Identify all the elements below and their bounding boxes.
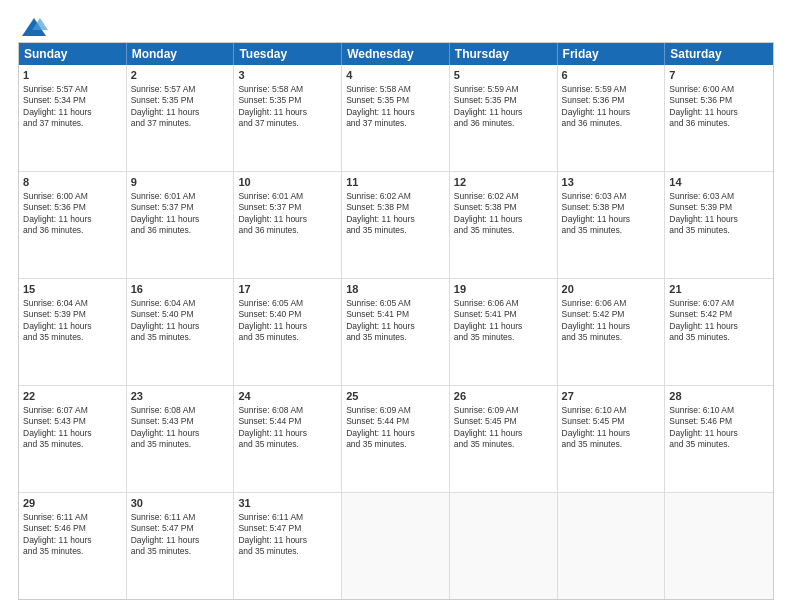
calendar-header-cell: Sunday — [19, 43, 127, 65]
day-info-line: Sunset: 5:43 PM — [23, 416, 122, 427]
day-info-line: and 35 minutes. — [238, 439, 337, 450]
day-info-line: Sunrise: 5:59 AM — [562, 84, 661, 95]
day-info-line: Sunrise: 6:08 AM — [238, 405, 337, 416]
day-info-line: Sunset: 5:39 PM — [669, 202, 769, 213]
day-info-line: Sunrise: 5:58 AM — [238, 84, 337, 95]
day-info-line: Sunrise: 5:58 AM — [346, 84, 445, 95]
calendar-cell: 6Sunrise: 5:59 AMSunset: 5:36 PMDaylight… — [558, 65, 666, 171]
day-info-line: and 35 minutes. — [454, 225, 553, 236]
day-number: 22 — [23, 389, 122, 404]
day-number: 17 — [238, 282, 337, 297]
day-number: 16 — [131, 282, 230, 297]
calendar-cell: 18Sunrise: 6:05 AMSunset: 5:41 PMDayligh… — [342, 279, 450, 385]
day-info-line: and 37 minutes. — [238, 118, 337, 129]
day-info-line: and 35 minutes. — [131, 332, 230, 343]
day-info-line: Daylight: 11 hours — [454, 214, 553, 225]
day-number: 13 — [562, 175, 661, 190]
day-info-line: and 36 minutes. — [131, 225, 230, 236]
calendar-week-row: 8Sunrise: 6:00 AMSunset: 5:36 PMDaylight… — [19, 172, 773, 279]
day-info-line: Sunrise: 6:04 AM — [131, 298, 230, 309]
day-info-line: Sunrise: 6:01 AM — [131, 191, 230, 202]
day-info-line: and 35 minutes. — [23, 546, 122, 557]
calendar-week-row: 29Sunrise: 6:11 AMSunset: 5:46 PMDayligh… — [19, 493, 773, 599]
calendar-header-cell: Saturday — [665, 43, 773, 65]
day-info-line: Daylight: 11 hours — [23, 107, 122, 118]
calendar-header-cell: Friday — [558, 43, 666, 65]
day-info-line: Daylight: 11 hours — [669, 214, 769, 225]
calendar-cell — [342, 493, 450, 599]
day-info-line: Daylight: 11 hours — [346, 214, 445, 225]
calendar-cell: 22Sunrise: 6:07 AMSunset: 5:43 PMDayligh… — [19, 386, 127, 492]
day-number: 8 — [23, 175, 122, 190]
calendar-cell: 26Sunrise: 6:09 AMSunset: 5:45 PMDayligh… — [450, 386, 558, 492]
calendar-cell: 20Sunrise: 6:06 AMSunset: 5:42 PMDayligh… — [558, 279, 666, 385]
day-info-line: Sunrise: 6:06 AM — [562, 298, 661, 309]
day-info-line: Sunrise: 5:57 AM — [131, 84, 230, 95]
day-info-line: and 35 minutes. — [454, 332, 553, 343]
day-info-line: Sunrise: 6:05 AM — [346, 298, 445, 309]
day-info-line: Daylight: 11 hours — [346, 321, 445, 332]
day-number: 25 — [346, 389, 445, 404]
day-number: 3 — [238, 68, 337, 83]
calendar-cell: 3Sunrise: 5:58 AMSunset: 5:35 PMDaylight… — [234, 65, 342, 171]
calendar-cell: 28Sunrise: 6:10 AMSunset: 5:46 PMDayligh… — [665, 386, 773, 492]
day-info-line: Sunset: 5:46 PM — [669, 416, 769, 427]
calendar-cell: 31Sunrise: 6:11 AMSunset: 5:47 PMDayligh… — [234, 493, 342, 599]
calendar-header-cell: Tuesday — [234, 43, 342, 65]
calendar-cell: 19Sunrise: 6:06 AMSunset: 5:41 PMDayligh… — [450, 279, 558, 385]
day-number: 4 — [346, 68, 445, 83]
day-info-line: Daylight: 11 hours — [562, 321, 661, 332]
day-number: 26 — [454, 389, 553, 404]
day-info-line: Daylight: 11 hours — [562, 428, 661, 439]
day-info-line: Sunset: 5:45 PM — [562, 416, 661, 427]
logo — [18, 16, 48, 34]
day-info-line: Sunset: 5:47 PM — [131, 523, 230, 534]
day-number: 18 — [346, 282, 445, 297]
day-info-line: Sunset: 5:37 PM — [131, 202, 230, 213]
day-info-line: Sunset: 5:43 PM — [131, 416, 230, 427]
calendar-cell: 29Sunrise: 6:11 AMSunset: 5:46 PMDayligh… — [19, 493, 127, 599]
day-info-line: Sunrise: 6:06 AM — [454, 298, 553, 309]
calendar-cell: 21Sunrise: 6:07 AMSunset: 5:42 PMDayligh… — [665, 279, 773, 385]
calendar-cell: 23Sunrise: 6:08 AMSunset: 5:43 PMDayligh… — [127, 386, 235, 492]
day-info-line: Sunrise: 6:09 AM — [346, 405, 445, 416]
day-info-line: Sunset: 5:34 PM — [23, 95, 122, 106]
calendar-cell: 4Sunrise: 5:58 AMSunset: 5:35 PMDaylight… — [342, 65, 450, 171]
day-info-line: Daylight: 11 hours — [131, 107, 230, 118]
day-number: 19 — [454, 282, 553, 297]
day-info-line: and 35 minutes. — [562, 225, 661, 236]
day-info-line: Sunrise: 6:10 AM — [669, 405, 769, 416]
header — [18, 16, 774, 34]
day-number: 28 — [669, 389, 769, 404]
calendar-cell: 5Sunrise: 5:59 AMSunset: 5:35 PMDaylight… — [450, 65, 558, 171]
calendar-cell: 8Sunrise: 6:00 AMSunset: 5:36 PMDaylight… — [19, 172, 127, 278]
day-info-line: Daylight: 11 hours — [238, 107, 337, 118]
logo-icon — [20, 16, 48, 38]
day-info-line: Sunrise: 6:11 AM — [23, 512, 122, 523]
day-info-line: Sunrise: 6:02 AM — [454, 191, 553, 202]
day-info-line: Sunset: 5:44 PM — [238, 416, 337, 427]
day-info-line: and 36 minutes. — [23, 225, 122, 236]
day-info-line: Sunrise: 6:03 AM — [562, 191, 661, 202]
day-info-line: Sunset: 5:35 PM — [454, 95, 553, 106]
day-info-line: and 35 minutes. — [346, 332, 445, 343]
day-info-line: Sunset: 5:46 PM — [23, 523, 122, 534]
day-number: 7 — [669, 68, 769, 83]
day-number: 20 — [562, 282, 661, 297]
day-info-line: Sunrise: 6:09 AM — [454, 405, 553, 416]
day-info-line: Daylight: 11 hours — [131, 535, 230, 546]
calendar-cell: 11Sunrise: 6:02 AMSunset: 5:38 PMDayligh… — [342, 172, 450, 278]
day-info-line: Sunset: 5:42 PM — [669, 309, 769, 320]
day-info-line: Daylight: 11 hours — [669, 428, 769, 439]
day-number: 21 — [669, 282, 769, 297]
calendar-cell: 12Sunrise: 6:02 AMSunset: 5:38 PMDayligh… — [450, 172, 558, 278]
day-info-line: Daylight: 11 hours — [669, 321, 769, 332]
day-info-line: Daylight: 11 hours — [346, 428, 445, 439]
day-number: 14 — [669, 175, 769, 190]
day-info-line: Sunset: 5:39 PM — [23, 309, 122, 320]
day-number: 23 — [131, 389, 230, 404]
day-number: 1 — [23, 68, 122, 83]
day-info-line: Sunset: 5:35 PM — [238, 95, 337, 106]
day-info-line: and 35 minutes. — [669, 225, 769, 236]
day-info-line: Sunset: 5:40 PM — [238, 309, 337, 320]
